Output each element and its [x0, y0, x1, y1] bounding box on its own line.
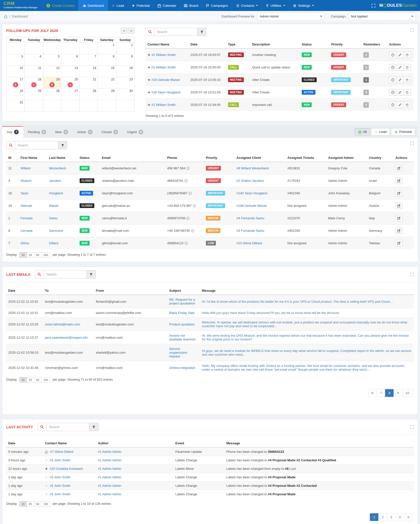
activity-contact-link[interactable]: #7 Glima Dillard	[50, 450, 73, 454]
assigned-tickets[interactable]: #175343	[287, 179, 300, 183]
assigned-tickets[interactable]: #221070	[287, 216, 300, 220]
last-name-link[interactable]: Hoogland	[49, 191, 63, 195]
page-button[interactable]: 3	[387, 513, 396, 521]
reminders-badge[interactable]: 0	[363, 90, 369, 95]
calendar-next-button[interactable]: »	[128, 28, 135, 33]
activity-contact-link[interactable]: #3 John Smith	[50, 458, 70, 462]
calendar-day-cell[interactable]: 18 1	[24, 77, 43, 89]
email-to[interactable]: crm@mailbox.com	[45, 311, 72, 315]
email-from[interactable]: crm@mailbox.com	[96, 336, 123, 339]
calendar-day-cell[interactable]: 29	[98, 89, 116, 100]
expand-icon[interactable]	[410, 28, 414, 32]
delete-button[interactable]	[404, 64, 411, 71]
activity-author-link[interactable]: #1 Admin Admin	[98, 458, 121, 462]
status-tab[interactable]: Any 7	[2, 126, 23, 138]
search-icon[interactable]	[35, 270, 44, 278]
column-header[interactable]: Status	[300, 40, 329, 48]
column-header[interactable]: Last Name	[47, 154, 77, 162]
edit-contact-button[interactable]	[395, 227, 403, 234]
email-from[interactable]: test@modulesgarden.com	[96, 322, 134, 326]
email-to[interactable]: rstroman@grimes.com	[45, 366, 78, 370]
assigned-client-link[interactable]: #140 Taryn Hoogland	[236, 191, 267, 195]
contact-link[interactable]: #19 Getrude Maisel	[151, 78, 180, 82]
calendar-day-cell[interactable]: 3	[6, 54, 24, 66]
column-header[interactable]: Priority	[329, 40, 361, 48]
last-name-link[interactable]: Jacobos	[49, 179, 61, 183]
modulesgarden-logo[interactable]: MDULESGarden	[379, 3, 417, 8]
page-size-button[interactable]: 100	[41, 501, 50, 507]
followup-count-badge[interactable]: 1	[13, 82, 18, 87]
contact-link[interactable]: #2 William Smith	[151, 103, 176, 107]
calendar-day-cell[interactable]: 20 1	[61, 77, 79, 89]
calendar-day-cell[interactable]: 22	[98, 77, 116, 89]
page-size-button[interactable]: 100	[41, 377, 50, 383]
calendar-prev-button[interactable]: «	[121, 28, 127, 33]
first-name-link[interactable]: Glima	[20, 241, 29, 245]
calendar-day-cell[interactable]: 2	[116, 43, 134, 54]
email-subject-link[interactable]: Product quotation	[169, 322, 195, 326]
column-header[interactable]: Author	[96, 439, 173, 447]
calendar-day-cell[interactable]: 14	[79, 66, 98, 77]
activity-author-link[interactable]: #1 Admin Admin	[98, 450, 121, 454]
calendar-day-cell[interactable]: 13	[61, 66, 79, 77]
reminders-badge[interactable]: 0	[363, 52, 369, 58]
filter-icon[interactable]	[90, 423, 99, 431]
email-subject-link[interactable]: Black Friday Sale	[169, 311, 194, 315]
column-header[interactable]: Reminders	[361, 40, 387, 48]
column-header[interactable]: Description	[250, 40, 300, 48]
page-size-button[interactable]: 25	[27, 252, 34, 258]
calendar-day-cell[interactable]	[6, 43, 24, 54]
calendar-day-cell[interactable]	[116, 100, 134, 112]
edit-button[interactable]	[396, 51, 404, 58]
filter-lead-button[interactable]: ☆ Lead	[371, 128, 390, 136]
whatsapp-icon[interactable]	[184, 179, 188, 183]
expand-icon[interactable]	[410, 141, 414, 145]
email-subject-link[interactable]: RE: Request for a project quoatation	[169, 298, 195, 305]
assigned-client-link[interactable]: #10 Gilma Dilliard	[236, 241, 262, 245]
followups-search-input[interactable]	[154, 28, 197, 36]
email-subject-link[interactable]: Zimbra integration	[169, 366, 195, 370]
assigned-tickets[interactable]: Not assigned	[287, 241, 306, 245]
page-button[interactable]: 7	[377, 389, 385, 397]
delete-button[interactable]	[404, 51, 411, 58]
edit-button[interactable]	[396, 76, 404, 83]
page-size-button[interactable]: 10	[19, 377, 27, 383]
email-to[interactable]: test@modulesgarden.com	[45, 351, 83, 354]
filter-icon[interactable]	[197, 28, 206, 36]
last-name-link[interactable]: Dillard	[49, 241, 58, 245]
edit-button[interactable]	[396, 89, 404, 96]
contact-row[interactable]: 1 Fernada Samu NEW samu@fernada.it 45689…	[6, 212, 414, 225]
reminder-clock-button[interactable]	[389, 64, 397, 71]
calendar-day-cell[interactable]	[43, 43, 61, 54]
calendar-day-cell[interactable]: 28	[79, 89, 98, 100]
activity-contact-link[interactable]: #3 John Smith	[50, 484, 70, 488]
calendar-day-cell[interactable]: 19 5	[43, 77, 61, 89]
whatsapp-icon[interactable]	[191, 229, 194, 233]
email-row[interactable]: 2025-12-02 11:10:29 omar.rathod@mails.co…	[6, 318, 414, 331]
column-header[interactable]: ID	[6, 154, 18, 162]
page-button[interactable]: 1	[370, 513, 379, 521]
calendar-day-cell[interactable]: 8	[98, 54, 116, 66]
calendar-day-cell[interactable]: 16	[116, 66, 134, 77]
delete-button[interactable]	[404, 89, 411, 96]
email-row[interactable]: 2025-12-02 11:10:32 test@modulesgarden.c…	[6, 295, 414, 308]
activity-row[interactable]: 1 day ago ☆ #3 John Smith #1 Admin Admin…	[6, 482, 414, 490]
contact-link[interactable]: #16 Taryn Hoogland	[151, 90, 180, 94]
activity-author-link[interactable]: #1 Admin Admin	[98, 467, 121, 471]
column-header[interactable]: Assigned Admin	[326, 154, 367, 162]
calendar-day-cell[interactable]: 30	[116, 89, 134, 100]
first-name-link[interactable]: Fernada	[20, 216, 32, 220]
nav-item-lead[interactable]: ☆ Lead	[108, 0, 128, 11]
calendar-day-cell[interactable]: 12	[43, 66, 61, 77]
followup-count-badge[interactable]: 5	[49, 82, 55, 87]
column-header[interactable]: Status	[78, 154, 100, 162]
calendar-day-cell[interactable]: 4	[24, 54, 43, 66]
edit-contact-button[interactable]	[395, 165, 403, 172]
home-icon[interactable]	[4, 14, 7, 18]
assigned-client-link[interactable]: #6 Willard Westerbeck	[236, 166, 269, 170]
activity-row[interactable]: 1 day ago ☆ #3 John Smith #1 Admin Admin…	[6, 473, 414, 482]
last-name-link[interactable]: Westerbeck	[49, 166, 66, 170]
column-header[interactable]: Contact Name	[43, 439, 96, 447]
whatsapp-icon[interactable]	[188, 191, 192, 195]
reminders-badge[interactable]: 1	[363, 77, 369, 83]
